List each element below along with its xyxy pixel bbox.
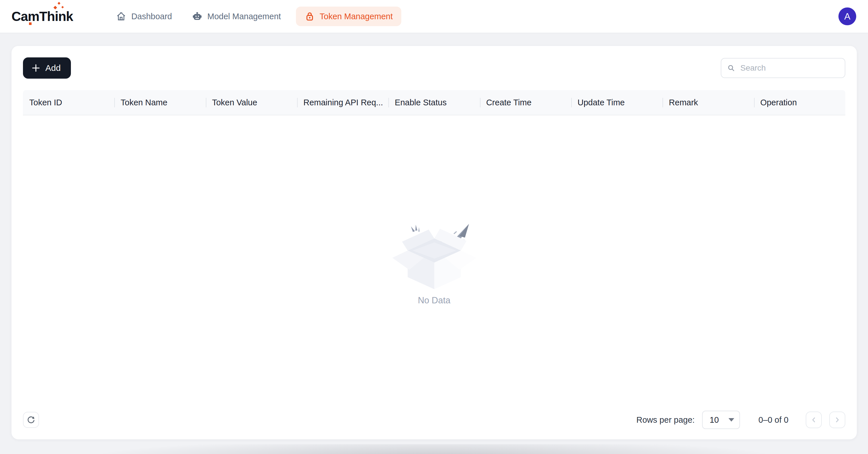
pagination-range: 0–0 of 0 — [758, 415, 788, 425]
robot-icon — [192, 11, 203, 22]
nav-item-label: Dashboard — [131, 12, 172, 21]
refresh-icon — [27, 416, 35, 424]
empty-box-illustration — [390, 221, 479, 292]
plus-icon — [31, 63, 41, 73]
rows-per-page-label: Rows per page: — [637, 415, 694, 425]
user-avatar[interactable]: A — [838, 7, 856, 25]
chevron-down-icon — [728, 418, 734, 422]
avatar-initial: A — [844, 11, 850, 22]
column-header-token-id: Token ID — [23, 98, 114, 107]
chevron-left-icon — [810, 416, 818, 424]
top-navbar: CamThink Dashboard — [0, 0, 868, 33]
column-header-token-name: Token Name — [114, 98, 206, 107]
token-management-panel: Add Token ID Token Name Token Value Rema… — [11, 46, 857, 440]
nav-item-label: Token Management — [320, 12, 393, 21]
window-bottom-shadow — [0, 444, 868, 454]
column-header-operation: Operation — [754, 98, 845, 107]
previous-page-button[interactable] — [806, 412, 822, 428]
brand-spark-icon — [58, 2, 61, 5]
column-header-create-time: Create Time — [480, 98, 571, 107]
brand-logo[interactable]: CamThink — [11, 10, 76, 23]
next-page-button[interactable] — [829, 412, 845, 428]
brand-text: CamThink — [11, 9, 73, 24]
empty-state-label: No Data — [418, 295, 451, 305]
search-box — [721, 58, 845, 78]
chevron-right-icon — [833, 416, 841, 424]
brand-dot-icon — [29, 22, 32, 25]
main-nav: Dashboard Model Management — [111, 7, 401, 26]
empty-state: No Data — [23, 116, 845, 411]
column-header-enable-status: Enable Status — [389, 98, 479, 107]
table-footer: Rows per page: 10 0–0 of 0 — [23, 411, 845, 429]
nav-item-label: Model Management — [207, 12, 281, 21]
nav-item-dashboard[interactable]: Dashboard — [111, 7, 177, 26]
nav-item-token-management[interactable]: Token Management — [296, 7, 402, 26]
table-header-row: Token ID Token Name Token Value Remainin… — [23, 90, 845, 116]
column-header-remark: Remark — [662, 98, 754, 107]
column-header-update-time: Update Time — [571, 98, 662, 107]
column-header-remaining-api-req: Remaining API Req... — [297, 98, 389, 107]
refresh-button[interactable] — [23, 412, 39, 428]
rows-per-page-value: 10 — [710, 415, 719, 425]
search-input[interactable] — [740, 63, 839, 73]
table-toolbar: Add — [23, 57, 845, 78]
rows-per-page-select[interactable]: 10 — [702, 411, 740, 429]
home-icon — [116, 11, 126, 22]
pagination-controls: Rows per page: 10 0–0 of 0 — [637, 411, 845, 429]
lock-icon — [305, 11, 315, 22]
add-button[interactable]: Add — [23, 57, 71, 78]
brand-spark-icon — [61, 6, 64, 8]
add-button-label: Add — [45, 63, 61, 73]
search-icon — [727, 63, 735, 73]
column-header-token-value: Token Value — [206, 98, 297, 107]
nav-item-model-management[interactable]: Model Management — [187, 7, 286, 26]
